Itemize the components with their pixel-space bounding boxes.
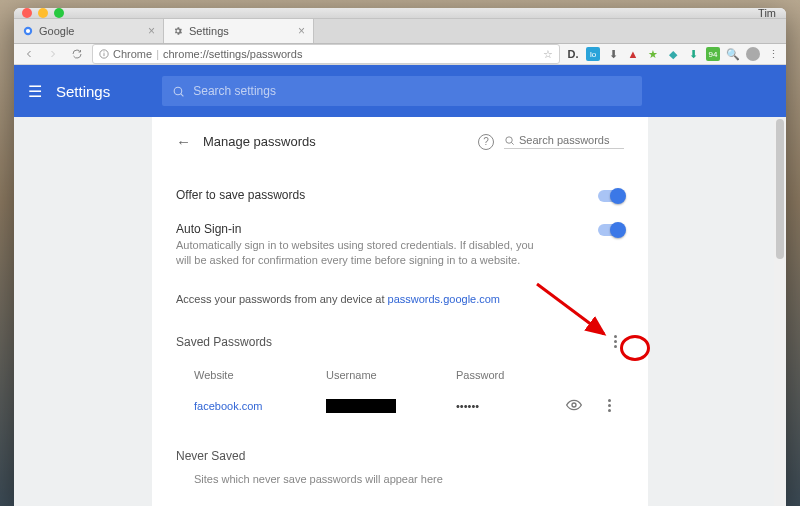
offer-save-label: Offer to save passwords	[176, 188, 305, 202]
tab-google[interactable]: Google ×	[14, 19, 164, 43]
chrome-menu-button[interactable]: ⋮	[766, 47, 780, 61]
ext-icon[interactable]: ⬇	[606, 47, 620, 61]
tab-label: Settings	[189, 25, 229, 37]
omnibox[interactable]: Chrome | chrome://settings/passwords ☆	[92, 44, 560, 64]
window-close-button[interactable]	[22, 8, 32, 18]
mac-user-label: Tim	[758, 8, 776, 19]
table-row: facebook.com ••••••	[176, 389, 624, 423]
auto-signin-row: Auto Sign-in Automatically sign in to we…	[176, 212, 624, 279]
search-passwords[interactable]	[504, 134, 624, 149]
auto-signin-toggle[interactable]	[598, 224, 624, 236]
mac-titlebar: Tim	[14, 8, 786, 19]
browser-window: Tim Google × Settings × Chrome | chrome:…	[14, 8, 786, 506]
close-icon[interactable]: ×	[298, 24, 305, 38]
offer-save-toggle[interactable]	[598, 190, 624, 202]
close-icon[interactable]: ×	[148, 24, 155, 38]
show-password-button[interactable]	[566, 397, 582, 415]
annotation-circle	[620, 335, 650, 361]
page-content: ☰ Settings Search settings ← Manage pass…	[14, 65, 786, 506]
window-minimize-button[interactable]	[38, 8, 48, 18]
row-more-button[interactable]	[600, 397, 618, 415]
google-favicon	[22, 25, 34, 37]
page-title: Manage passwords	[203, 134, 316, 149]
app-title: Settings	[56, 83, 110, 100]
passwords-table-header: Website Username Password	[176, 361, 624, 389]
back-button[interactable]	[20, 45, 38, 63]
svg-rect-3	[104, 53, 105, 56]
svg-point-7	[506, 136, 512, 142]
never-saved-message: Sites which never save passwords will ap…	[176, 473, 624, 485]
tab-label: Google	[39, 25, 74, 37]
access-passwords-text: Access your passwords from any device at…	[176, 293, 624, 305]
ext-icon[interactable]: 🔍	[726, 47, 740, 61]
url-scheme: Chrome	[113, 48, 152, 60]
never-saved-header: Never Saved	[176, 449, 624, 463]
saved-passwords-label: Saved Passwords	[176, 335, 272, 349]
saved-passwords-header: Saved Passwords	[176, 333, 624, 351]
passwords-card: ← Manage passwords ? Offer to save passw…	[152, 117, 648, 506]
auto-signin-label: Auto Sign-in	[176, 222, 536, 236]
password-mask: ••••••	[456, 400, 546, 412]
site-link[interactable]: facebook.com	[176, 400, 326, 412]
ext-icon[interactable]: D.	[566, 47, 580, 61]
settings-body: ← Manage passwords ? Offer to save passw…	[14, 117, 786, 506]
scrollbar-thumb[interactable]	[776, 119, 784, 259]
svg-point-9	[572, 403, 576, 407]
ext-icon[interactable]: lo	[586, 47, 600, 61]
gear-icon	[172, 25, 184, 37]
search-passwords-input[interactable]	[519, 134, 619, 146]
traffic-lights	[22, 8, 64, 18]
tab-settings[interactable]: Settings ×	[164, 19, 314, 43]
back-arrow-button[interactable]: ←	[176, 133, 191, 150]
profile-avatar[interactable]	[746, 47, 760, 61]
scrollbar[interactable]	[774, 117, 786, 506]
bookmark-icon[interactable]: ☆	[543, 48, 553, 61]
ext-icon[interactable]: ▲	[626, 47, 640, 61]
settings-header: ☰ Settings Search settings	[14, 65, 786, 117]
svg-rect-4	[104, 52, 105, 53]
menu-icon[interactable]: ☰	[28, 82, 42, 101]
col-username: Username	[326, 369, 456, 381]
window-maximize-button[interactable]	[54, 8, 64, 18]
ext-icon[interactable]: ◆	[666, 47, 680, 61]
svg-point-1	[26, 29, 30, 33]
access-prefix: Access your passwords from any device at	[176, 293, 388, 305]
ext-icon[interactable]: ★	[646, 47, 660, 61]
offer-save-row: Offer to save passwords	[176, 178, 624, 212]
url-path: chrome://settings/passwords	[163, 48, 302, 60]
card-header: ← Manage passwords ?	[176, 133, 624, 150]
extension-icons: D. lo ⬇ ▲ ★ ◆ ⬇ 94 🔍 ⋮	[566, 47, 780, 61]
svg-line-6	[181, 93, 184, 96]
svg-line-8	[511, 142, 513, 144]
svg-line-10	[537, 284, 604, 334]
col-website: Website	[176, 369, 326, 381]
col-password: Password	[456, 369, 546, 381]
ext-icon[interactable]: ⬇	[686, 47, 700, 61]
never-saved-label: Never Saved	[176, 449, 245, 463]
forward-button[interactable]	[44, 45, 62, 63]
search-placeholder: Search settings	[193, 84, 276, 98]
help-icon[interactable]: ?	[478, 134, 494, 150]
search-icon	[504, 135, 515, 146]
info-icon	[99, 49, 109, 59]
ext-icon[interactable]: 94	[706, 47, 720, 61]
settings-search[interactable]: Search settings	[162, 76, 642, 106]
saved-passwords-more-button[interactable]	[606, 333, 624, 351]
address-bar: Chrome | chrome://settings/passwords ☆ D…	[14, 44, 786, 65]
passwords-google-link[interactable]: passwords.google.com	[388, 293, 501, 305]
svg-point-5	[174, 87, 182, 95]
reload-button[interactable]	[68, 45, 86, 63]
search-icon	[172, 85, 185, 98]
tab-bar: Google × Settings ×	[14, 19, 786, 44]
username-redacted	[326, 399, 396, 413]
auto-signin-desc: Automatically sign in to websites using …	[176, 238, 536, 269]
